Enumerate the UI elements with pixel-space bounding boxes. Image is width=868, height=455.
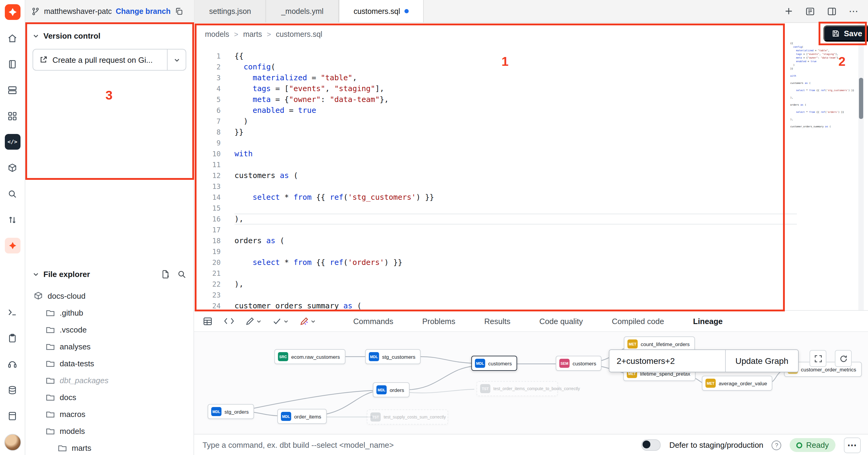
home-icon[interactable] [4,30,20,46]
panel-tab-code-quality[interactable]: Code quality [538,312,584,331]
defer-toggle[interactable] [642,439,661,451]
lineage-canvas[interactable]: SRCecom.raw_customersMDLstg_customersMDL… [194,332,868,434]
code-line[interactable]: 11 [194,159,797,170]
results-grid-icon[interactable] [203,316,213,326]
code-line[interactable]: 21 [194,268,797,279]
split-view-icon[interactable] [826,5,838,17]
dbt-logo-icon[interactable] [4,4,20,20]
code-line[interactable]: 7 ) [194,116,797,127]
panel-tab-results[interactable]: Results [483,312,512,331]
code-line[interactable]: 12customers as ( [194,170,797,181]
code-line[interactable]: 17 [194,225,797,235]
help-icon[interactable]: ? [772,440,781,450]
lineage-node-stg_customers[interactable]: MDLstg_customers [365,349,421,364]
code-line[interactable]: 8}} [194,127,797,138]
support-headset-icon[interactable] [4,356,20,372]
file-tree-item-docs[interactable]: docs [25,389,193,405]
status-badge[interactable]: Ready [790,438,835,452]
code-line[interactable]: 19 [194,246,797,257]
file-tree-item-dbt_packages[interactable]: dbt_packages [25,372,193,389]
code-line[interactable]: 10with [194,148,797,159]
panel-list-icon[interactable] [804,5,816,17]
file-tree-item-.github[interactable]: .github [25,304,193,321]
lineage-node-average_order_value[interactable]: METaverage_order_value [702,376,773,391]
code-line[interactable]: 5 meta = {"owner": "data-team"}, [194,94,797,105]
tab-settings.json[interactable]: settings.json [194,0,266,22]
tab-customers.sql[interactable]: customers.sql [338,0,424,22]
lineage-node-test_order_items_compute_to_bools_correctly[interactable]: TSTtest_order_items_compute_to_bools_cor… [476,381,558,396]
file-tree-item-docs-cloud[interactable]: docs-cloud [25,287,193,304]
panel-tab-compiled-code[interactable]: Compiled code [611,312,665,331]
scrollbar-thumb[interactable] [859,78,863,119]
code-line[interactable]: 20 select * from {{ ref('orders') }} [194,257,797,268]
tab-_models.yml[interactable]: _models.yml [266,0,338,22]
code-line[interactable]: 22), [194,279,797,290]
git-compare-icon[interactable] [4,212,20,227]
file-tree-item-models[interactable]: models [25,422,193,439]
code-line[interactable]: 9 [194,138,797,148]
save-button[interactable]: Save [824,25,868,41]
lineage-node-order_items[interactable]: MDLorder_items [277,409,327,424]
calculator-icon[interactable] [4,408,20,424]
code-line[interactable]: 23 [194,290,797,301]
file-tree-item-analyses[interactable]: analyses [25,338,193,355]
fullscreen-icon[interactable] [809,350,827,367]
code-line[interactable]: 15 [194,203,797,214]
lineage-node-customers[interactable]: SEMcustomers [556,356,601,371]
code-line[interactable]: 18orders as ( [194,235,797,246]
panel-tab-commands[interactable]: Commands [352,312,395,331]
search-icon[interactable] [177,270,186,279]
user-avatar[interactable] [4,434,21,451]
code-line[interactable]: 2 config( [194,61,797,73]
code-line[interactable]: 6 enabled = true [194,105,797,116]
update-graph-button[interactable]: Update Graph [725,350,798,372]
file-explorer-header[interactable]: File explorer [25,261,193,285]
file-tree-item-marts[interactable]: marts [25,439,193,455]
dbt-package-icon[interactable] [4,238,20,253]
command-input[interactable] [201,440,633,450]
data-stack-icon[interactable] [4,382,20,398]
lineage-node-test_supply_costs_sum_correctly[interactable]: TSTtest_supply_costs_sum_correctly [367,409,448,425]
apps-grid-icon[interactable] [4,108,20,124]
code-line[interactable]: 16), [194,214,797,225]
file-tree-item-macros[interactable]: macros [25,405,193,422]
lineage-node-orders[interactable]: MDLorders [373,382,410,397]
panel-tab-lineage[interactable]: Lineage [692,312,724,331]
version-control-header[interactable]: Version control [25,23,193,47]
code-line[interactable]: 13 [194,181,797,192]
refresh-icon[interactable] [835,350,852,367]
clipboard-icon[interactable] [4,330,20,346]
lineage-selector-input[interactable] [610,350,725,372]
lineage-node-customers[interactable]: MDLcustomers [471,356,517,371]
file-tree-item-.vscode[interactable]: .vscode [25,321,193,338]
new-file-icon[interactable] [161,270,170,279]
notebook-icon[interactable] [4,56,20,72]
develop-ide-icon[interactable]: </> [4,134,20,150]
lineage-node-ecom.raw_customers[interactable]: SRCecom.raw_customers [274,349,345,364]
code-line[interactable]: 24customer_orders_summary as ( [194,301,797,311]
code-line[interactable]: 14 select * from {{ ref('stg_customers')… [194,192,797,203]
create-pr-button[interactable]: Create a pull request on Gi... [33,50,167,70]
code-view-icon[interactable] [224,317,235,325]
create-pr-dropdown[interactable] [167,50,186,70]
breadcrumb-item[interactable]: marts [243,30,262,39]
code-line[interactable]: 3 materialized = "table", [194,73,797,83]
overflow-menu-icon[interactable]: ⋯ [847,5,860,17]
copy-branch-icon[interactable] [175,7,183,16]
warehouse-icon[interactable] [4,82,20,98]
breadcrumb-item[interactable]: models [205,30,229,39]
terminal-icon[interactable] [4,304,20,320]
ai-fix-pen-icon[interactable] [300,316,316,325]
minimap[interactable]: {{ config( materialized = "table", tags … [790,41,854,132]
file-tree-item-data-tests[interactable]: data-tests [25,355,193,372]
lineage-node-stg_orders[interactable]: MDLstg_orders [208,404,254,419]
command-overflow-icon[interactable]: ⋯ [844,437,861,453]
lint-pen-icon[interactable] [245,316,261,325]
format-check-icon[interactable] [273,316,289,325]
breadcrumb-item[interactable]: customers.sql [276,30,322,39]
panel-tab-problems[interactable]: Problems [421,312,457,331]
change-branch-link[interactable]: Change branch [116,7,170,16]
cube-icon[interactable] [4,160,20,176]
new-tab-plus-icon[interactable] [782,5,795,17]
code-line[interactable]: 4 tags = ["events", "staging"], [194,83,797,94]
